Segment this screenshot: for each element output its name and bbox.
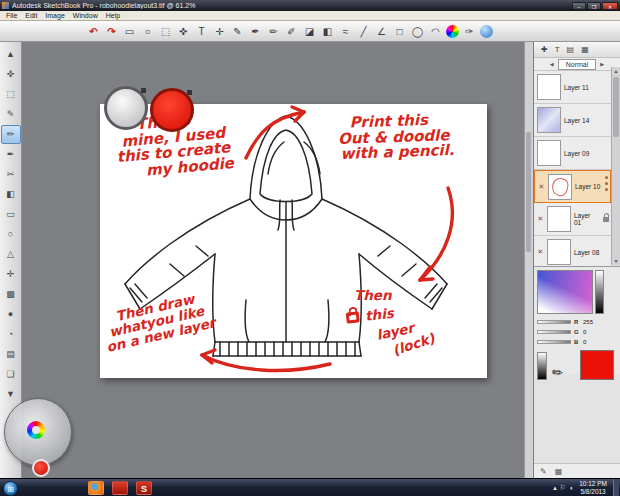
palette-fill-tool[interactable]: ◧: [1, 185, 21, 204]
scroll-down-icon[interactable]: ▼: [612, 257, 620, 265]
crop-icon[interactable]: ⬚: [158, 24, 173, 39]
taskbar-red-app-icon[interactable]: [112, 481, 128, 495]
menu-help[interactable]: Help: [102, 12, 124, 19]
scrollbar-thumb[interactable]: [613, 77, 619, 137]
window-title: Autodesk SketchBook Pro - robohoodielayo…: [12, 2, 572, 9]
palette-dot-tool[interactable]: ●: [1, 305, 21, 324]
rectangle-tool-icon[interactable]: □: [392, 24, 407, 39]
tray-icon[interactable]: ▴: [553, 484, 557, 492]
pencil-tool-icon[interactable]: ✎: [230, 24, 245, 39]
layer-tool-dot[interactable]: [605, 188, 608, 191]
text-layer-icon[interactable]: T: [555, 44, 560, 55]
layer-grid-icon[interactable]: ▦: [581, 44, 589, 55]
polyline-tool-icon[interactable]: ∠: [374, 24, 389, 39]
add-layer-icon[interactable]: ✚: [541, 44, 548, 55]
palette-triangle-tool[interactable]: △: [1, 245, 21, 264]
menu-file[interactable]: File: [2, 12, 21, 19]
layer-row[interactable]: ✕ Layer 01: [534, 203, 611, 236]
lagoon-color-ring-icon[interactable]: [27, 421, 45, 439]
palette-cross-tool[interactable]: ✛: [1, 265, 21, 284]
undo-icon[interactable]: ↶: [86, 24, 101, 39]
palette-pattern-tool[interactable]: ▩: [1, 285, 21, 304]
layer-hidden-icon[interactable]: ✕: [537, 248, 544, 256]
scroll-up-icon[interactable]: ▲: [612, 67, 620, 75]
select-rect-icon[interactable]: ▭: [122, 24, 137, 39]
menu-image[interactable]: Image: [41, 12, 68, 19]
layer-list-icon[interactable]: ▤: [567, 44, 575, 55]
palette-scroll-down[interactable]: ▼: [1, 385, 21, 404]
palette-scissors-tool[interactable]: ✂: [1, 165, 21, 184]
color-puck[interactable]: [150, 88, 194, 132]
layer-row[interactable]: ✕ Layer 08: [534, 236, 611, 269]
redo-icon[interactable]: ↷: [104, 24, 119, 39]
blue-slider[interactable]: [537, 340, 571, 344]
layers-scrollbar[interactable]: ▲ ▼: [611, 67, 620, 265]
palette-frame-tool[interactable]: ❏: [1, 365, 21, 384]
palette-active-tool[interactable]: ✏: [1, 125, 21, 144]
show-desktop-button[interactable]: [613, 479, 619, 496]
menu-window[interactable]: Window: [69, 12, 102, 19]
brush-size-puck[interactable]: [104, 86, 148, 130]
palette-rows-tool[interactable]: ▤: [1, 345, 21, 364]
taskbar-firefox-icon[interactable]: [88, 481, 104, 495]
footer-pencil-icon[interactable]: ✎: [540, 467, 547, 476]
layer-tool-dot[interactable]: [605, 182, 608, 185]
fill-tool-icon[interactable]: ◧: [320, 24, 335, 39]
palette-crop-tool[interactable]: ⬚: [1, 85, 21, 104]
scrollbar-thumb[interactable]: [526, 132, 531, 252]
layer-row[interactable]: Layer 14: [534, 104, 611, 137]
airbrush-tool-icon[interactable]: ✐: [284, 24, 299, 39]
tray-icon[interactable]: ⚐: [560, 484, 566, 492]
green-slider[interactable]: [537, 330, 571, 334]
layer-hidden-icon[interactable]: ✕: [537, 215, 544, 223]
menu-edit[interactable]: Edit: [21, 12, 41, 19]
red-slider[interactable]: [537, 320, 571, 324]
close-button[interactable]: ✕: [602, 2, 618, 10]
maximize-button[interactable]: ❐: [587, 2, 601, 10]
eraser-tool-icon[interactable]: ◪: [302, 24, 317, 39]
drawing-canvas[interactable]: This is mine, I used this to create my h…: [100, 104, 487, 378]
ellipse-tool-icon[interactable]: ◯: [410, 24, 425, 39]
select-lasso-icon[interactable]: ○: [140, 24, 155, 39]
layer-hidden-icon[interactable]: ✕: [538, 183, 545, 191]
brush-palette-icon[interactable]: ✑: [462, 24, 477, 39]
current-color-swatch[interactable]: [580, 350, 614, 380]
footer-swatches-icon[interactable]: ▦: [555, 467, 563, 476]
start-button[interactable]: ⊞: [3, 481, 18, 496]
palette-move-tool[interactable]: ✜: [1, 65, 21, 84]
symmetry-icon[interactable]: ✛: [212, 24, 227, 39]
palette-ellipse-tool[interactable]: ○: [1, 225, 21, 244]
palette-scroll-up[interactable]: ▲: [1, 45, 21, 64]
lagoon-widget[interactable]: [4, 398, 72, 466]
palette-rect-tool[interactable]: ▭: [1, 205, 21, 224]
palette-pen-tool[interactable]: ✒: [1, 145, 21, 164]
minimize-button[interactable]: –: [572, 2, 586, 10]
pucks-icon[interactable]: [480, 25, 493, 38]
tray-icon[interactable]: ◖: [569, 484, 573, 492]
saturation-picker[interactable]: [537, 270, 593, 314]
taskbar-s-app-icon[interactable]: S: [136, 481, 152, 495]
layer-tool-dot[interactable]: [605, 176, 608, 179]
layer-row[interactable]: Layer 11: [534, 71, 611, 104]
canvas-scrollbar[interactable]: [524, 42, 533, 478]
layer-row[interactable]: Layer 09: [534, 137, 611, 170]
blend-mode-select[interactable]: Normal: [558, 59, 597, 70]
palette-quarter-tool[interactable]: ◔: [1, 325, 21, 344]
pen-tool-icon[interactable]: ✒: [248, 24, 263, 39]
line-tool-icon[interactable]: ╱: [356, 24, 371, 39]
pencil-mode-icon[interactable]: ✎: [548, 363, 566, 382]
arc-tool-icon[interactable]: ◠: [428, 24, 443, 39]
blend-next-button[interactable]: ▶: [600, 61, 604, 67]
layer-row-selected[interactable]: ✕ Layer 10: [534, 170, 611, 203]
color-wheel-icon[interactable]: [446, 25, 459, 38]
blend-prev-button[interactable]: ◀: [550, 61, 554, 67]
grayscale-bar[interactable]: [537, 352, 547, 380]
marker-tool-icon[interactable]: ✏: [266, 24, 281, 39]
value-slider[interactable]: [595, 270, 604, 314]
smudge-tool-icon[interactable]: ≈: [338, 24, 353, 39]
move-icon[interactable]: ✜: [176, 24, 191, 39]
clock[interactable]: 10:12 PM 5/8/2013: [576, 480, 610, 496]
lagoon-red-button[interactable]: [32, 459, 50, 477]
palette-pencil-tool[interactable]: ✎: [1, 105, 21, 124]
text-tool-icon[interactable]: T: [194, 24, 209, 39]
